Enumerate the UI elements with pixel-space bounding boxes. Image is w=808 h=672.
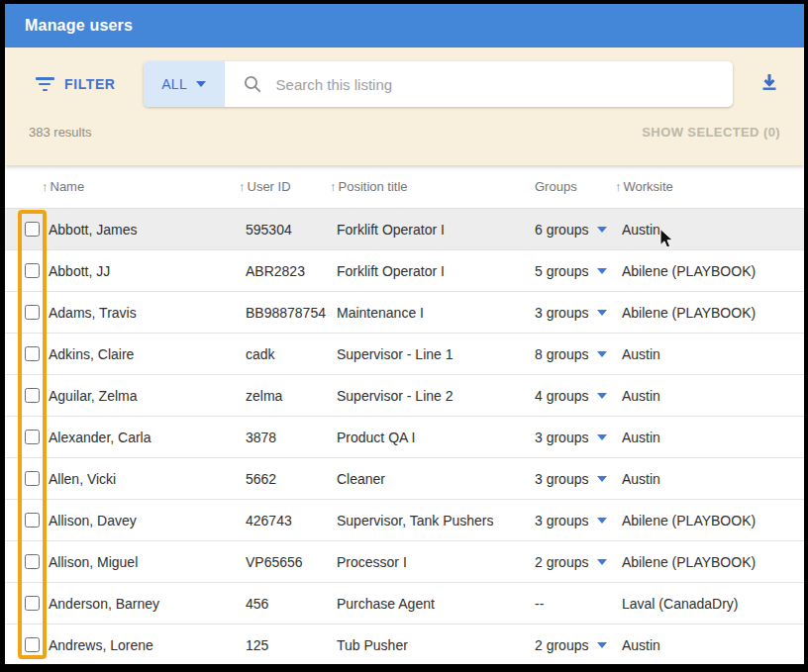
- cell-worksite: Austin: [622, 209, 804, 249]
- cell-position-title: Maintenance I: [337, 292, 535, 333]
- cell-user-id: 595304: [246, 209, 337, 249]
- row-checkbox[interactable]: [25, 263, 40, 278]
- groups-dropdown[interactable]: 3 groups: [535, 292, 622, 333]
- table-row[interactable]: Anderson, Barney 456 Purchase Agent -- L…: [5, 583, 804, 624]
- groups-count: 4 groups: [535, 388, 588, 404]
- groups-dropdown[interactable]: 3 groups: [535, 500, 622, 540]
- row-checkbox-cell: [5, 583, 49, 624]
- cell-worksite: Abilene (PLAYBOOK): [622, 250, 804, 291]
- column-header-name[interactable]: ↑Name: [49, 179, 246, 194]
- row-checkbox-cell: [5, 417, 49, 457]
- table-row[interactable]: Allison, Davey 426743 Supervisor, Tank P…: [5, 500, 804, 541]
- show-selected-button[interactable]: SHOW SELECTED (0): [642, 125, 780, 140]
- caret-down-icon: [597, 642, 607, 648]
- row-checkbox-cell: [5, 624, 49, 664]
- groups-dropdown[interactable]: 3 groups: [535, 458, 622, 499]
- cell-name: Adkins, Claire: [49, 334, 246, 374]
- row-checkbox[interactable]: [25, 596, 40, 611]
- cell-name: Aguilar, Zelma: [49, 375, 246, 416]
- groups-count: 8 groups: [535, 346, 588, 362]
- table-row[interactable]: Aguilar, Zelma zelma Supervisor - Line 2…: [5, 375, 804, 417]
- cell-name: Alexander, Carla: [49, 417, 246, 457]
- cell-user-id: cadk: [246, 334, 337, 374]
- row-checkbox-cell: [5, 292, 49, 333]
- column-header-groups[interactable]: ↑Groups: [535, 179, 622, 194]
- column-header-worksite[interactable]: ↑Worksite: [622, 179, 804, 194]
- cell-position-title: Supervisor - Line 2: [337, 375, 535, 416]
- groups-dropdown[interactable]: 8 groups: [535, 334, 622, 374]
- cell-user-id: BB98878754: [246, 292, 337, 333]
- filter-button[interactable]: FILTER: [29, 72, 122, 96]
- table-row[interactable]: Allison, Miguel VP65656 Processor I 2 gr…: [5, 541, 804, 583]
- cell-position-title: Forklift Operator I: [337, 250, 535, 291]
- cell-name: Abbott, James: [49, 209, 246, 249]
- cell-worksite: Abilene (PLAYBOOK): [622, 292, 804, 333]
- table-row[interactable]: Allen, Vicki 5662 Cleaner 3 groups Austi…: [5, 458, 804, 500]
- row-checkbox[interactable]: [25, 637, 40, 652]
- cell-user-id: 456: [246, 583, 337, 624]
- groups-count: 3 groups: [535, 513, 588, 528]
- column-header-label: User ID: [248, 179, 291, 194]
- cell-worksite: Austin: [622, 624, 804, 664]
- row-checkbox[interactable]: [25, 346, 40, 361]
- cell-name: Allen, Vicki: [49, 458, 246, 499]
- toolbar: FILTER ALL Search this listing: [5, 48, 804, 165]
- table-row[interactable]: Andrews, Lorene 125 Tub Pusher 2 groups …: [5, 624, 804, 664]
- arrow-up-icon: ↑: [42, 179, 49, 194]
- groups-count: 5 groups: [535, 263, 588, 279]
- groups-dropdown[interactable]: 6 groups: [535, 209, 622, 249]
- groups-count: 3 groups: [535, 305, 588, 321]
- toolbar-row: FILTER ALL Search this listing: [29, 61, 780, 107]
- cell-position-title: Purchase Agent: [337, 583, 535, 624]
- search-icon: [243, 74, 262, 94]
- groups-dropdown[interactable]: 5 groups: [535, 250, 622, 291]
- arrow-up-icon: ↑: [239, 179, 246, 194]
- table-row[interactable]: Abbott, JJ ABR2823 Forklift Operator I 5…: [5, 250, 804, 292]
- groups-dropdown[interactable]: 4 groups: [535, 375, 622, 416]
- column-header-position-title[interactable]: ↑Position title: [337, 179, 535, 194]
- row-checkbox[interactable]: [25, 471, 40, 486]
- groups-count: 6 groups: [535, 222, 588, 238]
- cell-worksite: Abilene (PLAYBOOK): [622, 541, 804, 582]
- cell-position-title: Processor I: [337, 541, 535, 582]
- search-input[interactable]: Search this listing: [276, 76, 393, 93]
- cell-worksite: Austin: [622, 458, 804, 499]
- row-checkbox[interactable]: [25, 430, 40, 444]
- row-checkbox[interactable]: [25, 513, 40, 528]
- caret-down-icon: [597, 227, 607, 233]
- cell-position-title: Supervisor, Tank Pushers: [337, 500, 535, 540]
- row-checkbox[interactable]: [25, 305, 40, 320]
- search-scope-dropdown[interactable]: ALL: [144, 61, 225, 107]
- arrow-up-icon: ↑: [330, 179, 337, 194]
- table-header-row: ↑Name↑User ID↑Position title↑Groups↑Work…: [5, 165, 804, 209]
- groups-dropdown[interactable]: 3 groups: [535, 417, 622, 457]
- row-checkbox-cell: [5, 250, 49, 291]
- groups-dropdown[interactable]: 2 groups: [535, 624, 622, 664]
- groups-dropdown[interactable]: 2 groups: [535, 541, 622, 582]
- row-checkbox[interactable]: [25, 554, 40, 569]
- cell-name: Allison, Miguel: [49, 541, 246, 582]
- manage-users-window: Manage users FILTER ALL: [5, 4, 804, 664]
- results-count: 383 results: [29, 125, 92, 140]
- table-row[interactable]: Adams, Travis BB98878754 Maintenance I 3…: [5, 292, 804, 334]
- download-button[interactable]: [758, 71, 780, 97]
- cell-worksite: Austin: [622, 334, 804, 374]
- row-checkbox[interactable]: [25, 222, 40, 237]
- column-header-user-id[interactable]: ↑User ID: [246, 179, 337, 194]
- cell-worksite: Austin: [622, 417, 804, 457]
- cell-user-id: VP65656: [246, 541, 337, 582]
- users-table: ↑Name↑User ID↑Position title↑Groups↑Work…: [5, 165, 804, 664]
- table-row[interactable]: Adkins, Claire cadk Supervisor - Line 1 …: [5, 334, 804, 375]
- caret-down-icon: [597, 351, 607, 357]
- cell-worksite: Abilene (PLAYBOOK): [622, 500, 804, 540]
- row-checkbox[interactable]: [25, 388, 40, 403]
- cell-user-id: 5662: [246, 458, 337, 499]
- caret-down-icon: [597, 393, 607, 399]
- table-body: Abbott, James 595304 Forklift Operator I…: [5, 209, 804, 664]
- row-checkbox-cell: [5, 334, 49, 374]
- cell-user-id: zelma: [246, 375, 337, 416]
- table-row[interactable]: Alexander, Carla 3878 Product QA I 3 gro…: [5, 417, 804, 458]
- filter-button-label: FILTER: [64, 76, 116, 92]
- table-row[interactable]: Abbott, James 595304 Forklift Operator I…: [5, 209, 804, 250]
- groups-dropdown: --: [535, 583, 622, 624]
